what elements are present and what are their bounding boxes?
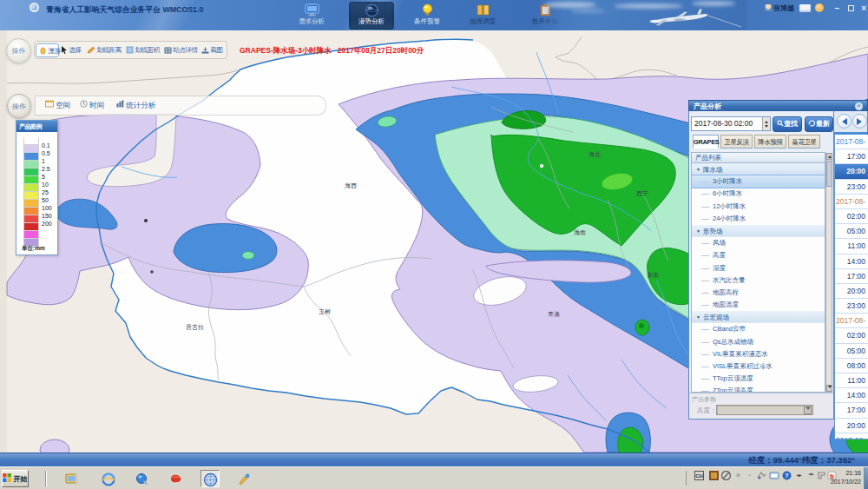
svg-text:黄南: 黄南	[647, 272, 659, 279]
svg-text:海北: 海北	[589, 151, 601, 158]
svg-text:玉树: 玉树	[319, 308, 331, 314]
svg-text:海南: 海南	[574, 229, 586, 236]
svg-text:果洛: 果洛	[548, 311, 560, 318]
svg-text:?: ?	[785, 472, 788, 479]
svg-text:唐古拉: 唐古拉	[186, 323, 204, 331]
svg-text:海西: 海西	[345, 182, 357, 189]
svg-text:西宁: 西宁	[636, 190, 648, 197]
